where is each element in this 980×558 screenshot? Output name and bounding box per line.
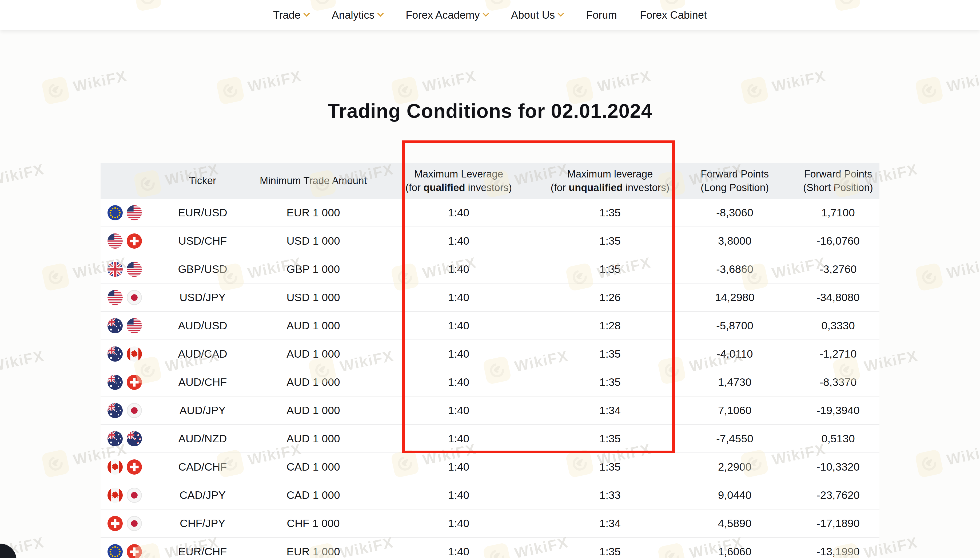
max-leverage-unqualified-cell: 1:34 xyxy=(547,404,673,417)
min-trade-amount-cell: USD 1 000 xyxy=(257,235,370,247)
flag-eu-icon xyxy=(107,205,123,220)
header-min-trade-amount-label: Minimum Trade Amount xyxy=(260,175,367,186)
flag-jp-icon xyxy=(127,516,142,531)
min-trade-amount-cell: CHF 1 000 xyxy=(257,517,370,530)
wikifx-watermark-text: WikiFX xyxy=(945,440,980,468)
table-row: EUR/CHFEUR 1 0001:401:351,6060-13,1990 xyxy=(100,538,880,558)
header-ticker: Ticker xyxy=(148,174,257,188)
wikifx-logo-icon xyxy=(915,449,944,478)
forward-points-long-cell: -5,8700 xyxy=(673,320,797,332)
flag-ch-icon xyxy=(127,233,142,249)
max-leverage-qualified-cell: 1:40 xyxy=(370,517,547,530)
nav-item-forex-cabinet[interactable]: Forex Cabinet xyxy=(640,9,707,21)
table-header-row: Ticker Minimum Trade Amount Maximum Leve… xyxy=(100,163,880,199)
forward-points-long-cell: 3,8000 xyxy=(673,235,797,247)
wikifx-watermark-text: WikiFX xyxy=(770,67,827,95)
chevron-down-icon xyxy=(377,10,384,16)
flag-jp-icon xyxy=(127,403,142,418)
flag-us-icon xyxy=(127,262,142,277)
wikifx-watermark: WikiFX xyxy=(216,63,304,105)
nav-item-forum[interactable]: Forum xyxy=(586,9,617,21)
max-leverage-unqualified-cell: 1:33 xyxy=(547,489,673,502)
wikifx-watermark: WikiFX xyxy=(41,63,129,105)
wikifx-watermark-text: WikiFX xyxy=(945,253,980,282)
flag-au-icon xyxy=(107,375,123,390)
wikifx-watermark-text: WikiFX xyxy=(246,67,303,95)
table-row: AUD/NZDAUD 1 0001:401:35-7,45500,5130 xyxy=(100,425,880,453)
currency-pair-flags xyxy=(100,262,148,277)
max-leverage-unqualified-cell: 1:35 xyxy=(547,433,673,445)
min-trade-amount-cell: GBP 1 000 xyxy=(257,263,370,276)
max-leverage-qualified-cell: 1:40 xyxy=(370,263,547,276)
table-row: USD/JPYUSD 1 0001:401:2614,2980-34,8080 xyxy=(100,284,880,312)
forward-points-long-cell: 4,5890 xyxy=(673,517,797,530)
nav-item-label: Analytics xyxy=(332,9,374,21)
currency-pair-flags xyxy=(100,290,148,305)
forward-points-short-cell: -19,3940 xyxy=(797,404,880,417)
currency-pair-flags xyxy=(100,346,148,362)
forward-points-long-cell: 9,0440 xyxy=(673,489,797,502)
chevron-down-icon xyxy=(483,10,489,16)
ticker-cell: AUD/JPY xyxy=(148,404,257,417)
max-leverage-unqualified-cell: 1:26 xyxy=(547,291,673,304)
trading-conditions-table: Ticker Minimum Trade Amount Maximum Leve… xyxy=(100,163,880,558)
min-trade-amount-cell: CAD 1 000 xyxy=(257,489,370,502)
table-row: USD/CHFUSD 1 0001:401:353,8000-16,0760 xyxy=(100,227,880,255)
max-leverage-unqualified-cell: 1:35 xyxy=(547,461,673,473)
forward-points-long-cell: -4,0110 xyxy=(673,348,797,360)
forward-points-short-cell: -23,7620 xyxy=(797,489,880,502)
wikifx-logo-icon xyxy=(41,263,70,292)
nav-item-forex-academy[interactable]: Forex Academy xyxy=(406,9,488,21)
min-trade-amount-cell: AUD 1 000 xyxy=(257,404,370,417)
max-leverage-qualified-cell: 1:40 xyxy=(370,320,547,332)
currency-pair-flags xyxy=(100,233,148,249)
max-leverage-qualified-cell: 1:40 xyxy=(370,545,547,558)
nav-item-about-us[interactable]: About Us xyxy=(511,9,563,21)
forward-points-short-cell: -10,3320 xyxy=(797,461,880,473)
flag-us-icon xyxy=(127,205,142,220)
flag-au-icon xyxy=(107,431,123,446)
currency-pair-flags xyxy=(100,516,148,531)
max-leverage-qualified-cell: 1:40 xyxy=(370,291,547,304)
max-leverage-qualified-cell: 1:40 xyxy=(370,489,547,502)
header-forward-points-long: Forward Points (Long Position) xyxy=(673,167,797,195)
forward-points-long-cell: 14,2980 xyxy=(673,291,797,304)
max-leverage-qualified-cell: 1:40 xyxy=(370,235,547,247)
chevron-down-icon xyxy=(558,10,564,16)
nav-item-trade[interactable]: Trade xyxy=(273,9,309,21)
wikifx-watermark-text: WikiFX xyxy=(945,67,980,95)
nav-item-analytics[interactable]: Analytics xyxy=(332,9,383,21)
max-leverage-qualified-cell: 1:40 xyxy=(370,433,547,445)
max-leverage-unqualified-cell: 1:35 xyxy=(547,545,673,558)
max-leverage-unqualified-cell: 1:28 xyxy=(547,320,673,332)
ticker-cell: AUD/USD xyxy=(148,320,257,332)
flag-ca-icon xyxy=(107,487,123,503)
currency-pair-flags xyxy=(100,460,148,474)
max-leverage-qualified-cell: 1:40 xyxy=(370,348,547,360)
table-row: AUD/CHFAUD 1 0001:401:351,4730-8,3370 xyxy=(100,368,880,397)
max-leverage-qualified-cell: 1:40 xyxy=(370,461,547,473)
forward-points-short-cell: 0,3330 xyxy=(797,320,880,332)
ticker-cell: AUD/NZD xyxy=(148,433,257,445)
wikifx-watermark-text: WikiFX xyxy=(71,67,128,95)
flag-ch-icon xyxy=(127,544,142,558)
ticker-cell: GBP/USD xyxy=(148,263,257,276)
table-row: AUD/USDAUD 1 0001:401:28-5,87000,3330 xyxy=(100,312,880,340)
nav-item-label: Forex Cabinet xyxy=(640,9,707,21)
forward-points-short-cell: 1,7100 xyxy=(797,207,880,219)
ticker-cell: EUR/USD xyxy=(148,207,257,219)
chat-widget-button[interactable] xyxy=(0,543,16,558)
wikifx-watermark: WikiFX xyxy=(0,157,46,198)
max-leverage-unqualified-cell: 1:35 xyxy=(547,263,673,276)
max-leverage-unqualified-cell: 1:35 xyxy=(547,235,673,247)
table-row: AUD/JPYAUD 1 0001:401:347,1060-19,3940 xyxy=(100,397,880,425)
table-row: CAD/CHFCAD 1 0001:401:352,2900-10,3320 xyxy=(100,453,880,481)
max-leverage-unqualified-cell: 1:35 xyxy=(547,348,673,360)
wikifx-watermark: WikiFX xyxy=(565,63,653,105)
nav-item-label: Trade xyxy=(273,9,301,21)
header-ticker-label: Ticker xyxy=(189,175,216,186)
forward-points-short-cell: -1,2710 xyxy=(797,348,880,360)
currency-pair-flags xyxy=(100,205,148,220)
currency-pair-flags xyxy=(100,318,148,333)
max-leverage-qualified-cell: 1:40 xyxy=(370,207,547,219)
